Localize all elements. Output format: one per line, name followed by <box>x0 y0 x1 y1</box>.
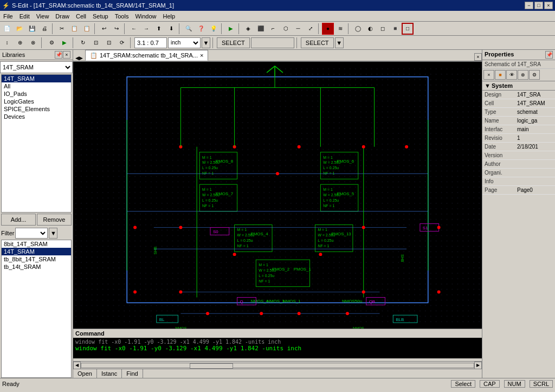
prop-eyex-btn[interactable]: ⊗ <box>518 70 528 80</box>
new-button[interactable]: 📄 <box>1 23 13 35</box>
nav-down-button[interactable]: ⬇ <box>165 23 177 35</box>
paste-button[interactable]: 📋 <box>81 23 93 35</box>
menu-item-edit[interactable]: Edit <box>16 12 33 21</box>
tb-extra2[interactable]: ⬛ <box>255 23 267 35</box>
svg-point-83 <box>362 291 365 294</box>
tab-close-btn[interactable]: × <box>200 52 203 59</box>
tb-extra5[interactable]: ─ <box>292 23 304 35</box>
menu-item-draw[interactable]: Draw <box>52 12 73 21</box>
tb-extra6[interactable]: ⤢ <box>305 23 317 35</box>
nav-left-button[interactable]: ← <box>128 23 140 35</box>
open-button[interactable]: 📂 <box>14 23 25 35</box>
remove-lib-button[interactable]: Remove <box>37 214 72 226</box>
tb2-extra6[interactable]: ↻ <box>77 37 89 49</box>
device-tb-8bit[interactable]: tb_8bit_14T_SRAM <box>2 255 71 263</box>
tb2-extra7[interactable]: ⊡ <box>90 37 102 49</box>
open-tab[interactable]: Open <box>73 369 97 378</box>
device-14t-sram[interactable]: 14T_SRAM <box>2 248 71 255</box>
tb-extra9[interactable]: ◯ <box>352 23 364 35</box>
magic-button[interactable]: 💡 <box>208 23 220 35</box>
select2-dropdown[interactable]: ▼ <box>335 37 344 48</box>
tb2-extra3[interactable]: ⊗ <box>27 37 39 49</box>
prop-eye-btn[interactable]: 👁 <box>506 70 517 80</box>
run-button[interactable]: ▶ <box>225 23 237 35</box>
system-section-header: ▼ System <box>482 81 555 91</box>
menu-item-cell[interactable]: Cell <box>73 12 89 21</box>
prop-close-btn[interactable]: × <box>483 70 494 80</box>
tb-extra13[interactable]: □ <box>402 23 414 35</box>
lib-panel-pin[interactable]: 📌 <box>55 51 62 59</box>
separator-7 <box>318 23 320 34</box>
menu-item-setup[interactable]: Setup <box>89 12 112 21</box>
tb-extra8[interactable]: ≋ <box>334 23 346 35</box>
device-tb-14t[interactable]: tb_14t_SRAM <box>2 263 71 271</box>
command-output: window fit -x0 -1.91 -y0 -3.129 -x1 4.49… <box>73 338 482 358</box>
command-label: Command <box>73 329 482 338</box>
tb2-extra2[interactable]: ⊕ <box>14 37 26 49</box>
lib-panel-close[interactable]: × <box>63 51 70 59</box>
tab-nav-right[interactable]: ▶ <box>79 55 83 61</box>
lib-item-spice[interactable]: SPICE_Elements <box>2 105 71 113</box>
scroll-thumb[interactable] <box>190 363 233 369</box>
maximize-button[interactable]: □ <box>534 2 543 9</box>
unit-dropdown-btn[interactable]: ▼ <box>202 37 210 48</box>
undo-button[interactable]: ↩ <box>98 23 110 35</box>
filter-label: Filter <box>1 230 14 236</box>
cut-button[interactable]: ✂ <box>56 23 68 35</box>
filter-select[interactable] <box>15 228 48 239</box>
device-8bit-sram[interactable]: 8bit_14T_SRAM <box>2 240 71 248</box>
zoom-button[interactable]: 🔍 <box>183 23 195 35</box>
lib-item-logicgates[interactable]: LogicGates <box>2 98 71 105</box>
save-button[interactable]: 💾 <box>26 23 38 35</box>
menu-item-tools[interactable]: Tools <box>112 12 132 21</box>
help-button[interactable]: ❓ <box>195 23 207 35</box>
prop-color-btn[interactable]: ■ <box>495 70 506 80</box>
schematic-tab[interactable]: 📋 14T_SRAM:schematic tb_14t_SRA... × <box>85 50 208 61</box>
filter-dropdown[interactable]: ▼ <box>49 228 57 239</box>
tb-extra12[interactable]: ◾ <box>389 23 401 35</box>
prop-gear-btn[interactable]: ⚙ <box>529 70 540 80</box>
nav-right-button[interactable]: → <box>140 23 152 35</box>
tb2-extra1[interactable]: ↕ <box>1 37 13 49</box>
tb2-extra8[interactable]: ⊡ <box>103 37 115 49</box>
scroll-track[interactable] <box>81 363 474 368</box>
tb2-extra4[interactable]: ⚙ <box>46 37 57 49</box>
close-button[interactable]: × <box>544 2 553 9</box>
redo-button[interactable]: ↪ <box>111 23 122 35</box>
lib-item-all[interactable]: All <box>2 82 71 90</box>
lib-item-iopads[interactable]: IO_Pads <box>2 90 71 98</box>
tb-extra7[interactable]: ● <box>322 23 334 35</box>
prop-panel-pin[interactable]: 📌 <box>545 51 553 59</box>
tb2-extra9[interactable]: ⟳ <box>116 37 128 49</box>
select-label-2[interactable]: SELECT <box>301 37 334 48</box>
library-select[interactable]: 14T_SRAM <box>0 61 73 73</box>
tb-extra3[interactable]: ⌐ <box>267 23 279 35</box>
scroll-left-btn[interactable]: ◀ <box>73 362 81 369</box>
tb-extra11[interactable]: ◻ <box>377 23 389 35</box>
print-button[interactable]: 🖨 <box>38 23 50 35</box>
tab-nav-left[interactable]: ◀ <box>75 55 79 61</box>
add-lib-button[interactable]: Add... <box>1 214 36 226</box>
tb-extra10[interactable]: ◐ <box>364 23 376 35</box>
find-tab[interactable]: Find <box>122 369 143 378</box>
instance-tab[interactable]: Istanc <box>97 369 122 378</box>
select-label-1[interactable]: SELECT <box>217 37 250 48</box>
schematic-canvas[interactable]: /* grid rendered via pattern */ <box>73 62 482 329</box>
menu-item-file[interactable]: File <box>0 12 16 21</box>
nav-up-button[interactable]: ⬆ <box>153 23 165 35</box>
prop-row-version: Version <box>482 151 555 160</box>
unit-select[interactable]: inch mm um nm <box>168 37 201 48</box>
copy-button[interactable]: 📋 <box>68 23 80 35</box>
tb-extra4[interactable]: ⬡ <box>280 23 292 35</box>
tb-extra1[interactable]: ◈ <box>242 23 254 35</box>
scroll-right-btn[interactable]: ▶ <box>474 362 482 369</box>
menu-item-window[interactable]: Window <box>132 12 159 21</box>
lib-item-devices[interactable]: Devices <box>2 113 71 120</box>
svg-point-88 <box>298 312 301 315</box>
lib-item-14t-sram[interactable]: 14T_SRAM <box>2 75 71 82</box>
menu-item-view[interactable]: View <box>33 12 53 21</box>
tb2-extra5[interactable]: ▶ <box>59 37 70 49</box>
minimize-button[interactable]: − <box>525 2 533 9</box>
menu-item-help[interactable]: Help <box>160 12 179 21</box>
tab-expand-btn[interactable]: × <box>474 53 482 61</box>
